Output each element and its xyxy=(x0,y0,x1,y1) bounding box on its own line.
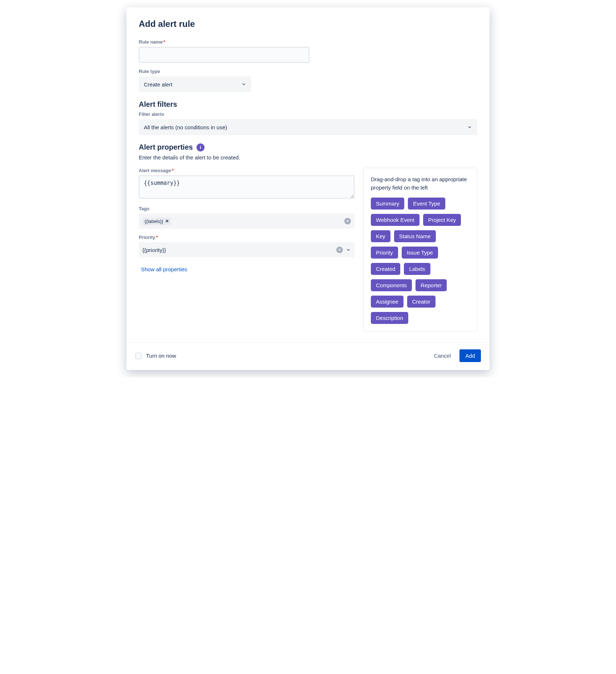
draggable-tag[interactable]: Assignee xyxy=(371,296,404,308)
draggable-tag[interactable]: Issue Type xyxy=(402,247,438,259)
draggable-tag[interactable]: Description xyxy=(371,312,408,324)
cancel-button[interactable]: Cancel xyxy=(428,349,457,362)
tags-label: Tags xyxy=(139,206,354,211)
filter-alerts-value: All the alerts (no conditions in use) xyxy=(144,124,227,130)
clear-priority-icon[interactable]: ✕ xyxy=(336,247,343,253)
required-asterisk: * xyxy=(156,235,158,240)
rule-name-label: Rule name* xyxy=(139,39,477,45)
draggable-tag[interactable]: Key xyxy=(371,230,390,242)
add-button[interactable]: Add xyxy=(459,349,481,362)
required-asterisk: * xyxy=(163,39,165,45)
tags-input[interactable]: {{labels}} ✕ ✕ xyxy=(139,214,354,229)
chevron-down-icon xyxy=(346,247,351,252)
draggable-tags-panel: Drag-and-drop a tag into an appropriate … xyxy=(363,168,477,332)
tag-chip: {{labels}} ✕ xyxy=(142,218,171,225)
info-icon[interactable]: i xyxy=(196,143,204,151)
required-asterisk: * xyxy=(172,168,174,173)
page-title: Add alert rule xyxy=(139,19,477,29)
draggable-tag[interactable]: Summary xyxy=(371,198,404,210)
rule-type-label: Rule type xyxy=(139,69,477,74)
rule-name-field: Rule name* xyxy=(139,39,477,63)
chevron-down-icon xyxy=(467,125,472,130)
rule-type-select[interactable]: Create alert xyxy=(139,76,251,92)
alert-properties-heading: Alert properties i xyxy=(139,143,477,151)
alert-message-input[interactable]: {{summary}} xyxy=(139,175,354,199)
filter-alerts-label: Filter alerts xyxy=(139,111,477,117)
draggable-tag[interactable]: Created xyxy=(371,263,400,275)
draggable-tag[interactable]: Project Key xyxy=(423,214,461,226)
draggable-tag[interactable]: Reporter xyxy=(416,279,447,291)
alert-properties-description: Enter the details of the alert to be cre… xyxy=(139,154,477,161)
priority-label: Priority* xyxy=(139,235,354,240)
draggable-tags-list: SummaryEvent TypeWebhook EventProject Ke… xyxy=(371,198,470,328)
turn-on-now-checkbox[interactable] xyxy=(135,353,142,359)
priority-value: {{priority}} xyxy=(142,247,336,253)
draggable-tag[interactable]: Status Name xyxy=(394,230,436,242)
rule-type-value: Create alert xyxy=(144,81,172,88)
priority-field: Priority* {{priority}} ✕ xyxy=(139,235,354,257)
turn-on-now-label: Turn on now xyxy=(146,353,176,359)
alert-filters-heading: Alert filters xyxy=(139,100,477,109)
dialog-footer: Turn on now Cancel Add xyxy=(126,342,490,370)
draggable-tag[interactable]: Labels xyxy=(404,263,430,275)
draggable-tag[interactable]: Components xyxy=(371,279,412,291)
draggable-tag[interactable]: Event Type xyxy=(408,198,445,210)
filter-alerts-select[interactable]: All the alerts (no conditions in use) xyxy=(139,119,477,135)
priority-select[interactable]: {{priority}} ✕ xyxy=(139,242,354,257)
chevron-down-icon xyxy=(241,82,246,87)
add-alert-rule-dialog: Add alert rule Rule name* Rule type Crea… xyxy=(126,7,490,370)
draggable-tags-hint: Drag-and-drop a tag into an appropriate … xyxy=(371,175,470,192)
rule-type-field: Rule type Create alert xyxy=(139,69,477,92)
draggable-tag[interactable]: Webhook Event xyxy=(371,214,420,226)
filter-alerts-field: Filter alerts All the alerts (no conditi… xyxy=(139,111,477,135)
clear-tags-icon[interactable]: ✕ xyxy=(344,218,351,224)
draggable-tag[interactable]: Priority xyxy=(371,247,398,259)
remove-tag-icon[interactable]: ✕ xyxy=(165,219,169,223)
alert-message-label: Alert message* xyxy=(139,168,354,173)
show-all-properties-link[interactable]: Show all properties xyxy=(139,263,190,275)
tags-field: Tags {{labels}} ✕ ✕ xyxy=(139,206,354,229)
rule-name-input[interactable] xyxy=(139,47,309,63)
draggable-tag[interactable]: Creator xyxy=(407,296,435,308)
alert-message-field: Alert message* {{summary}} xyxy=(139,168,354,200)
